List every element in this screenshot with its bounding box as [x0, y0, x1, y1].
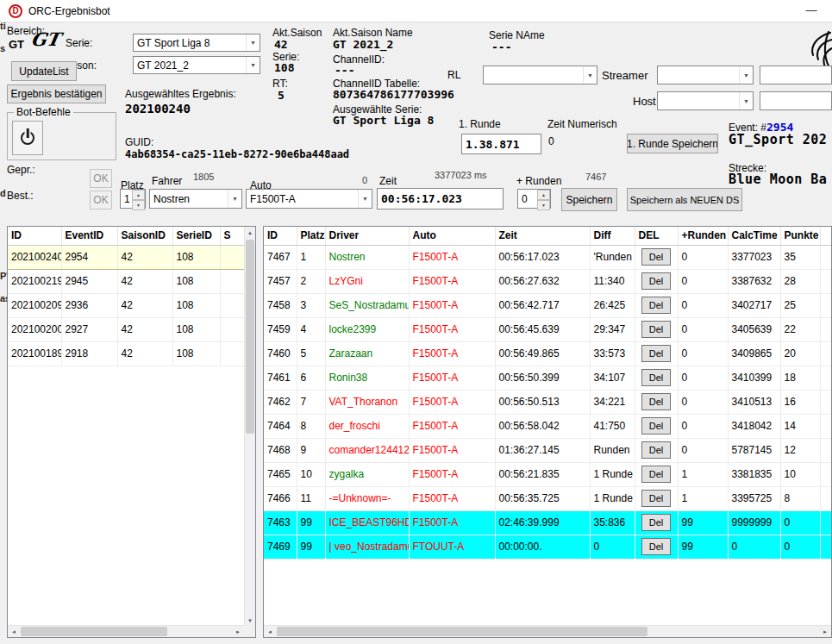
best-ok-button[interactable]: OK: [90, 191, 112, 209]
runde1-speichern-button[interactable]: 1. Runde Speichern: [627, 134, 718, 153]
race-result-row[interactable]: 74627VAT_ThoranonF1500T-A00:56:50.51334:…: [264, 390, 831, 414]
cell-eventid: 2945: [61, 269, 117, 293]
host-extra-input[interactable]: [760, 91, 832, 110]
delete-row-button[interactable]: Del: [641, 248, 671, 266]
cell-diff: 34:221: [590, 390, 635, 414]
stepper-up-icon[interactable]: ▲: [537, 190, 550, 200]
speichern-button[interactable]: Speichern: [561, 188, 617, 211]
chevron-down-icon[interactable]: ▼: [739, 92, 753, 109]
column-header[interactable]: CalcTime: [728, 227, 780, 245]
horizontal-scrollbar[interactable]: ◄ ►: [264, 625, 831, 637]
result-row[interactable]: 202100209293642108: [8, 293, 244, 317]
scroll-right-icon[interactable]: ►: [232, 626, 244, 637]
race-result-row[interactable]: 746399ICE_BEAST96HDF1500T-A02:46:39.9993…: [264, 510, 831, 535]
scrollbar-thumb[interactable]: [21, 627, 167, 636]
delete-row-button[interactable]: Del: [641, 297, 671, 314]
horizontal-scrollbar[interactable]: ◄ ►: [8, 625, 244, 637]
column-header[interactable]: Diff: [590, 227, 635, 245]
scroll-up-icon[interactable]: ▲: [245, 227, 255, 239]
cell-auto: F1500T-A: [409, 486, 495, 510]
column-header[interactable]: Zeit: [495, 227, 590, 245]
auto-combo[interactable]: F1500T-A ▼: [246, 189, 372, 209]
first-lap-input[interactable]: 1.38.871: [461, 134, 541, 154]
host-combo[interactable]: ▼: [657, 91, 754, 110]
race-result-row[interactable]: 74583SeS_NostradamusF1500T-A00:56:42.717…: [264, 293, 831, 317]
gepr-ok-button[interactable]: OK: [90, 169, 112, 188]
chevron-down-icon[interactable]: ▼: [246, 57, 260, 73]
race-result-row[interactable]: 746611-=Unknown=-F1500T-A00:56:35.7251 R…: [264, 486, 831, 510]
speichern-neuen-ds-button[interactable]: Speichern als NEUEN DS: [627, 188, 742, 211]
rl-combo[interactable]: ▼: [483, 66, 597, 84]
scrollbar-thumb[interactable]: [277, 627, 647, 636]
column-header[interactable]: ID: [264, 227, 297, 245]
updatelist-button[interactable]: UpdateList: [11, 61, 77, 81]
result-row[interactable]: 202100219294542108: [8, 269, 244, 293]
scroll-left-icon[interactable]: ◄: [8, 626, 20, 637]
delete-row-button[interactable]: Del: [641, 417, 671, 435]
column-header[interactable]: +Runden: [678, 227, 728, 245]
column-header[interactable]: ID: [8, 227, 61, 245]
ergebnis-bestaetigen-button[interactable]: Ergebnis bestätigen: [7, 84, 106, 103]
delete-row-button[interactable]: Del: [641, 345, 671, 362]
result-row[interactable]: 202100200292742108: [8, 317, 244, 341]
column-header[interactable]: EventID: [61, 227, 117, 245]
chevron-down-icon[interactable]: ▼: [739, 66, 753, 84]
cell-driver: LzYGni: [325, 269, 409, 293]
race-result-row[interactable]: 746510zygalkaF1500T-A00:56:21.8351 Runde…: [264, 462, 831, 486]
power-button[interactable]: [12, 121, 43, 155]
runden-stepper[interactable]: 0 ▲ ▼: [517, 189, 551, 209]
column-header[interactable]: SaisonID: [117, 227, 172, 245]
race-result-row[interactable]: 74594locke2399F1500T-A00:56:45.63929:347…: [264, 317, 831, 341]
column-header[interactable]: Platz: [297, 227, 325, 245]
column-header[interactable]: Driver: [325, 227, 409, 245]
race-result-row[interactable]: 74648der_froschiF1500T-A00:56:58.04241:7…: [264, 414, 831, 438]
result-row[interactable]: 202100189291842108: [8, 341, 244, 366]
race-result-row[interactable]: 74572LzYGniF1500T-A00:56:27.63211:340Del…: [264, 269, 831, 293]
stepper-down-icon[interactable]: ▼: [132, 200, 145, 210]
minimize-button[interactable]: —: [797, 0, 826, 22]
delete-row-button[interactable]: Del: [641, 466, 671, 483]
zeit-input[interactable]: 00:56:17.023: [377, 188, 504, 209]
delete-row-button[interactable]: Del: [641, 369, 671, 386]
saison-combo[interactable]: GT 2021_2 ▼: [133, 56, 260, 74]
serie-name-label: Serie NAme: [489, 29, 545, 41]
chevron-down-icon[interactable]: ▼: [583, 66, 597, 84]
chevron-down-icon[interactable]: ▼: [246, 34, 260, 51]
serie-combo[interactable]: GT Sport Liga 8 ▼: [133, 34, 260, 52]
vertical-scrollbar[interactable]: ▲ ▼: [244, 227, 255, 627]
race-result-row[interactable]: 746999| veo_NostradamusFTOUUT-A00:00:00.…: [264, 535, 831, 559]
delete-row-button[interactable]: Del: [641, 490, 671, 507]
delete-row-button[interactable]: Del: [641, 514, 671, 531]
delete-row-button[interactable]: Del: [641, 321, 671, 338]
column-header[interactable]: Punkte: [780, 227, 820, 245]
scroll-right-icon[interactable]: ►: [819, 626, 831, 637]
column-header[interactable]: DEL: [635, 227, 678, 245]
column-header[interactable]: S: [220, 227, 244, 245]
streamer-combo[interactable]: ▼: [657, 66, 754, 84]
platz-stepper[interactable]: 1 ▲ ▼: [120, 189, 146, 209]
scroll-left-icon[interactable]: ◄: [264, 626, 276, 637]
delete-row-button[interactable]: Del: [641, 441, 671, 459]
cell-punkte: 18: [780, 366, 820, 390]
stepper-up-icon[interactable]: ▲: [132, 190, 145, 200]
race-result-row[interactable]: 74671NostrenF1500T-A00:56:17.023'RundenD…: [264, 245, 831, 269]
delete-row-button[interactable]: Del: [641, 538, 671, 555]
cell-platz: 8: [297, 414, 325, 438]
chevron-down-icon[interactable]: ▼: [358, 190, 372, 208]
race-result-row[interactable]: 74605ZarazaanF1500T-A00:56:49.86533:573D…: [264, 341, 831, 366]
streamer-extra-input[interactable]: [760, 66, 832, 84]
chevron-down-icon[interactable]: ▼: [228, 190, 241, 208]
delete-row-button[interactable]: Del: [641, 272, 671, 290]
race-result-row[interactable]: 74689comander124412F1500T-A01:36:27.145R…: [264, 438, 831, 462]
scrollbar-thumb[interactable]: [246, 240, 254, 434]
delete-row-button[interactable]: Del: [641, 393, 671, 410]
fahrer-combo[interactable]: Nostren ▼: [149, 189, 242, 209]
cell-punkte: 35: [780, 245, 820, 269]
akt-saison-value: 42: [274, 38, 288, 51]
column-header[interactable]: Auto: [409, 227, 495, 245]
cell-zeit: 00:56:58.042: [495, 414, 590, 438]
column-header[interactable]: SerieID: [172, 227, 220, 245]
result-row[interactable]: 202100240295442108: [8, 245, 244, 269]
stepper-down-icon[interactable]: ▼: [537, 200, 550, 210]
race-result-row[interactable]: 74616Ronin38F1500T-A00:56:50.39934:107De…: [264, 366, 831, 390]
